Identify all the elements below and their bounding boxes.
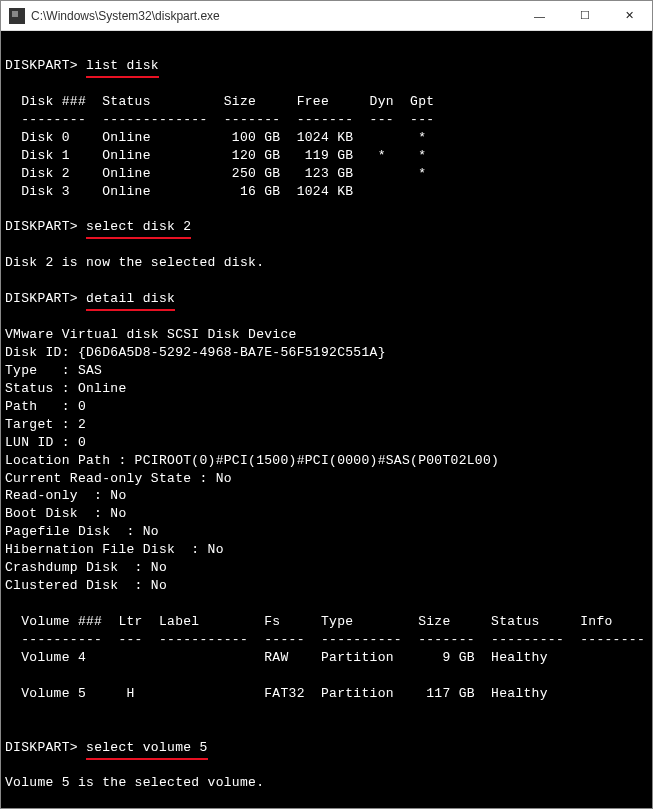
detail-location: Location Path : PCIROOT(0)#PCI(1500)#PCI…: [5, 453, 499, 468]
detail-status: Status : Online: [5, 381, 127, 396]
close-button[interactable]: ✕: [607, 1, 652, 30]
volume-table-header: Volume ### Ltr Label Fs Type Size Status…: [5, 614, 613, 629]
cmd-select-disk: select disk 2: [86, 218, 191, 236]
cmd-list-disk: list disk: [86, 57, 159, 75]
detail-readonly-state: Current Read-only State : No: [5, 471, 232, 486]
terminal-area[interactable]: DISKPART> list disk Disk ### Status Size…: [1, 31, 652, 808]
detail-pagefile: Pagefile Disk : No: [5, 524, 159, 539]
line: DISKPART> select disk 2: [5, 219, 191, 234]
msg-select-disk: Disk 2 is now the selected disk.: [5, 255, 264, 270]
detail-lun: LUN ID : 0: [5, 435, 86, 450]
detail-hibernation: Hibernation File Disk : No: [5, 542, 224, 557]
prompt: DISKPART>: [5, 291, 78, 306]
volume-row: Volume 5 H FAT32 Partition 117 GB Health…: [5, 686, 548, 701]
prompt: DISKPART>: [5, 740, 78, 755]
msg-select-volume: Volume 5 is the selected volume.: [5, 775, 264, 790]
volume-row: Volume 4 RAW Partition 9 GB Healthy: [5, 650, 548, 665]
line: DISKPART> detail disk: [5, 291, 175, 306]
line: DISKPART> select volume 5: [5, 740, 208, 755]
titlebar-controls: — ☐ ✕: [517, 1, 652, 30]
detail-device: VMware Virtual disk SCSI Disk Device: [5, 327, 297, 342]
disk-table-header: Disk ### Status Size Free Dyn Gpt: [5, 94, 434, 109]
detail-path: Path : 0: [5, 399, 86, 414]
disk-row: Disk 2 Online 250 GB 123 GB *: [5, 166, 426, 181]
volume-table-divider: ---------- --- ----------- ----- -------…: [5, 632, 645, 647]
minimize-button[interactable]: —: [517, 1, 562, 30]
cmd-detail-disk: detail disk: [86, 290, 175, 308]
titlebar: C:\Windows\System32\diskpart.exe — ☐ ✕: [1, 1, 652, 31]
detail-disk-id: Disk ID: {D6D6A5D8-5292-4968-BA7E-56F519…: [5, 345, 386, 360]
detail-readonly: Read-only : No: [5, 488, 127, 503]
app-window: C:\Windows\System32\diskpart.exe — ☐ ✕ D…: [0, 0, 653, 809]
disk-row: Disk 0 Online 100 GB 1024 KB *: [5, 130, 426, 145]
titlebar-left: C:\Windows\System32\diskpart.exe: [9, 8, 220, 24]
detail-type: Type : SAS: [5, 363, 102, 378]
disk-row: Disk 3 Online 16 GB 1024 KB: [5, 184, 353, 199]
detail-boot: Boot Disk : No: [5, 506, 127, 521]
line: DISKPART> list disk: [5, 58, 159, 73]
maximize-button[interactable]: ☐: [562, 1, 607, 30]
prompt: DISKPART>: [5, 219, 78, 234]
disk-table-divider: -------- ------------- ------- ------- -…: [5, 112, 434, 127]
app-icon: [9, 8, 25, 24]
detail-target: Target : 2: [5, 417, 86, 432]
detail-clustered: Clustered Disk : No: [5, 578, 167, 593]
disk-row: Disk 1 Online 120 GB 119 GB * *: [5, 148, 426, 163]
window-title: C:\Windows\System32\diskpart.exe: [31, 9, 220, 23]
cmd-select-volume: select volume 5: [86, 739, 208, 757]
detail-crashdump: Crashdump Disk : No: [5, 560, 167, 575]
prompt: DISKPART>: [5, 58, 78, 73]
